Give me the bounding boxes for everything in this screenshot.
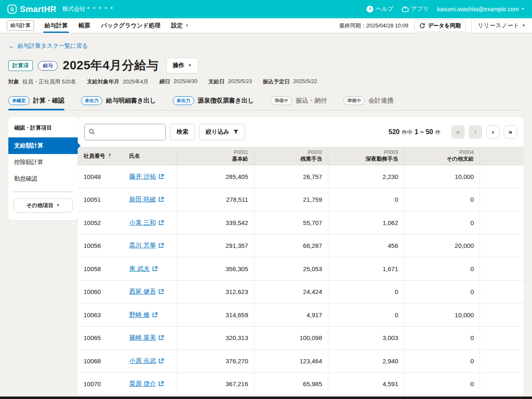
- sidebar-item-label: 控除額計算: [14, 159, 43, 165]
- type-badge: 給与: [38, 61, 58, 71]
- app-window: S SmartHR 株式会社＊＊＊＊＊ ? ヘルプ アプリ kasumi.iwa…: [0, 0, 532, 399]
- step-tab[interactable]: 未出力 源泉徴収票書き出し: [173, 96, 254, 105]
- employee-id-cell: 10070: [78, 373, 123, 396]
- table-row: 10060 西尾 健吾 312,623 24,424 0 0: [78, 281, 524, 304]
- meta-item: 振込予定日 2025/5/22: [263, 78, 317, 86]
- employee-name-link[interactable]: 篠崎 菜美: [129, 334, 156, 342]
- base-pay-cell: 285,405: [177, 165, 254, 188]
- step-status-badge: 未出力: [173, 96, 194, 105]
- account-menu[interactable]: kasumi.iwashita@example.com ▼: [437, 6, 525, 12]
- title-row: 計算済 給与 2025年4月分給与 操作 ▼: [8, 57, 524, 74]
- step-tab[interactable]: 準備中 会計連携: [343, 96, 393, 105]
- employee-id-cell: 10058: [78, 257, 123, 280]
- workspace: 確認・計算項目 支給額計算 控除額計算 勤怠確認 その他項目 ▼: [8, 117, 524, 397]
- sidebar-item[interactable]: 控除額計算: [8, 154, 78, 171]
- table-row: 10058 東 武夫 356,305 25,053 1,671 0: [78, 257, 524, 281]
- employee-name-link[interactable]: 新田 咲綾: [129, 196, 156, 203]
- briefcase-icon: [402, 6, 409, 12]
- employee-name-link[interactable]: 東 武夫: [129, 265, 150, 273]
- step-tab[interactable]: 未確定 計算・確認: [8, 96, 64, 105]
- nav-tab[interactable]: 給与計算: [39, 18, 73, 33]
- count-unit: 件: [435, 129, 441, 136]
- payroll-table: 社員番号 ▲ ▼ 氏名 P0001 基本給 P0002 残業手当 P0003 深…: [78, 147, 524, 396]
- sidebar-item[interactable]: 支給額計算: [8, 137, 78, 154]
- search-button[interactable]: 検索: [170, 124, 195, 140]
- column-header-pay-item: P0004 その他支給: [404, 147, 480, 165]
- meta-item: 締日 2025/4/30: [159, 78, 197, 86]
- employee-id-cell: 10068: [78, 350, 123, 372]
- employee-id-cell: 10051: [78, 188, 123, 211]
- column-header-pay-item: P0001 基本給: [177, 147, 254, 165]
- employee-name-cell: 新田 咲綾: [123, 188, 177, 211]
- employee-name-link[interactable]: 小原 歩武: [129, 357, 156, 365]
- horizontal-scrollbar[interactable]: [0, 397, 532, 399]
- overtime-pay-cell: 25,053: [254, 257, 328, 280]
- help-menu[interactable]: ? ヘルプ: [367, 5, 394, 13]
- overtime-pay-cell: 65,985: [254, 373, 328, 396]
- nav-tab[interactable]: 帳票: [73, 18, 96, 33]
- first-page-button[interactable]: «: [451, 125, 465, 139]
- payroll-table-card: 検索 絞り込み 520 件中 1 – 50 件: [78, 117, 524, 397]
- employee-name-link[interactable]: 黒川 芳華: [129, 242, 156, 250]
- step-tab-label: 計算・確認: [33, 97, 64, 105]
- prev-page-button[interactable]: ‹: [469, 125, 482, 139]
- employee-name-link[interactable]: 野崎 修: [129, 311, 150, 319]
- release-notes-menu[interactable]: リリースノート ▼: [478, 22, 525, 29]
- pay-item-name: 基本給: [232, 156, 248, 163]
- app-navbar: 給与計算 給与計算 帳票 バックグラウンド処理 設定 ▼ 最終同期：2025/0…: [0, 18, 532, 33]
- back-link[interactable]: ← 給与計算タスク一覧に戻る: [8, 42, 88, 50]
- employee-name-cell: 野崎 修: [123, 304, 177, 326]
- step-tab[interactable]: 未出力 給与明細書き出し: [81, 96, 156, 105]
- meta-item: 対象 役員・正社員用 520名: [8, 78, 76, 86]
- sidebar: 確認・計算項目 支給額計算 控除額計算 勤怠確認 その他項目 ▼: [8, 117, 78, 220]
- other-items-button[interactable]: その他項目 ▼: [13, 198, 73, 213]
- sort-desc-icon: ▼: [108, 156, 111, 159]
- external-link-icon: [158, 335, 164, 340]
- column-header-employee-id[interactable]: 社員番号 ▲ ▼: [78, 147, 123, 165]
- base-pay-cell: 291,357: [177, 235, 254, 257]
- base-pay-cell: 320,313: [177, 327, 254, 350]
- sidebar-item[interactable]: 勤怠確認: [8, 171, 78, 187]
- name-header-label: 氏名: [129, 152, 140, 160]
- nav-tabs: 給与計算 帳票 バックグラウンド処理 設定 ▼: [39, 18, 194, 33]
- account-email: kasumi.iwashita@example.com: [437, 6, 519, 12]
- employee-name-link[interactable]: 栗原 啓介: [129, 380, 156, 388]
- meta-row: 対象 役員・正社員用 520名 支給対象年月 2025年4月 締日 2025/4…: [8, 78, 524, 86]
- sync-data-button[interactable]: データを同期: [414, 20, 466, 32]
- meta-label: 対象: [8, 78, 19, 86]
- actions-button[interactable]: 操作 ▼: [166, 58, 198, 73]
- empty-cell: [480, 257, 524, 280]
- employee-name-link[interactable]: 西尾 健吾: [129, 288, 156, 296]
- back-arrow-icon: ←: [8, 42, 15, 50]
- table-toolbar: 検索 絞り込み 520 件中 1 – 50 件: [78, 117, 524, 147]
- column-header-pay-item: P0003 深夜勤務手当: [328, 147, 404, 165]
- search-icon: [89, 128, 95, 137]
- step-tab[interactable]: 準備中 振込・納付: [271, 96, 327, 105]
- search-box: [84, 124, 166, 140]
- filter-button[interactable]: 絞り込み: [199, 124, 245, 140]
- smarthr-logo-icon: S: [7, 5, 17, 14]
- external-link-icon: [158, 174, 164, 179]
- nav-tab[interactable]: 設定 ▼: [166, 18, 194, 33]
- release-notes-label: リリースノート: [478, 22, 519, 29]
- external-link-icon: [158, 197, 164, 202]
- smarthr-logo[interactable]: S SmartHR: [7, 5, 57, 14]
- night-shift-pay-cell: 4,591: [328, 373, 404, 396]
- other-pay-cell: 0: [404, 327, 480, 350]
- night-shift-pay-cell: 0: [328, 304, 404, 326]
- chevron-down-icon: ▼: [522, 24, 525, 27]
- meta-item: 支給対象年月 2025年4月: [87, 78, 148, 86]
- other-pay-cell: 0: [404, 211, 480, 234]
- last-page-button[interactable]: »: [504, 125, 517, 139]
- meta-label: 振込予定日: [263, 78, 290, 86]
- search-input[interactable]: [84, 124, 166, 140]
- external-link-icon: [152, 312, 158, 318]
- nav-tab[interactable]: バックグラウンド処理: [96, 18, 166, 33]
- employee-name-link[interactable]: 小泉 三和: [129, 219, 156, 227]
- meta-label: 締日: [159, 78, 170, 86]
- apps-menu[interactable]: アプリ: [402, 5, 429, 13]
- count-unit: 件中: [402, 129, 413, 136]
- employee-name-link[interactable]: 藤井 沙祐: [129, 173, 156, 181]
- overtime-pay-cell: 24,424: [254, 281, 328, 304]
- next-page-button[interactable]: ›: [486, 125, 500, 139]
